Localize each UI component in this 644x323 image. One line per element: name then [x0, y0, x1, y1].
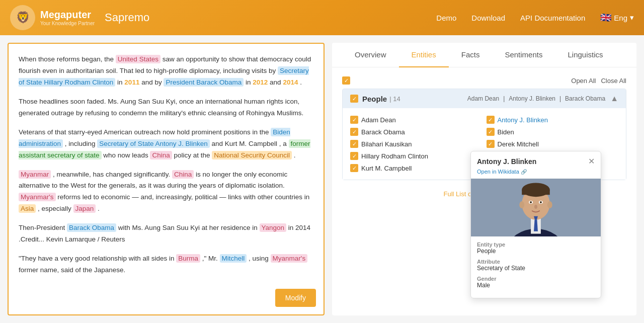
svg-rect-7 [522, 190, 550, 195]
svg-point-13 [519, 201, 524, 208]
open-all-link[interactable]: Open All [571, 77, 596, 85]
entity-item-blinken: ✓ Antony J. Blinken [487, 116, 619, 124]
tab-entities[interactable]: Entities [399, 43, 449, 67]
entity-nsc[interactable]: National Security Council [212, 151, 292, 159]
bilahari-label: Bilahari Kausikan [361, 140, 412, 148]
select-all-checkbox[interactable]: ✓ [342, 76, 350, 85]
svg-point-12 [534, 205, 537, 209]
tabs-bar: Overview Entities Facts Sentiments Lingu… [332, 43, 636, 67]
detail-attribute: Attribute Secretary of State [477, 259, 595, 272]
attribute-label: Attribute [477, 259, 595, 265]
derek-label: Derek Mitchell [498, 140, 539, 148]
paragraph-3: Veterans of that starry-eyed American ou… [19, 127, 313, 162]
entity-china-text[interactable]: China [150, 151, 172, 159]
right-panel: Overview Entities Facts Sentiments Lingu… [332, 43, 636, 315]
entity-item-bilahari: ✓ Bilahari Kausikan [350, 140, 482, 148]
entity-card-image [471, 179, 601, 236]
tab-sentiments[interactable]: Sentiments [492, 43, 555, 67]
detail-gender: Gender Male [477, 276, 595, 289]
biden-checkbox[interactable]: ✓ [487, 128, 495, 136]
kurt-checkbox[interactable]: ✓ [350, 164, 358, 172]
language-selector[interactable]: 🇬🇧 Eng ▾ [600, 12, 634, 23]
header: 🦁 Megaputer Your Knowledge Partner Sapre… [0, 0, 644, 35]
entity-year-2012: 2012 [253, 78, 268, 86]
blinken-label[interactable]: Antony J. Blinken [498, 116, 548, 124]
adam-dean-checkbox[interactable]: ✓ [350, 116, 358, 124]
people-count: | 14 [389, 95, 400, 103]
kurt-label: Kurt M. Campbell [361, 165, 412, 172]
entity-year-2014: 2014 [283, 78, 298, 86]
preview-2: Antony J. Blinken [509, 95, 555, 102]
entity-card-header: Antony J. Blinken ✕ [471, 151, 601, 169]
main-container: When those reforms began, the United Sta… [0, 35, 644, 323]
entities-header: ✓ Open All Close All [342, 72, 626, 89]
app-title: Sapremo [105, 11, 149, 24]
adam-dean-label: Adam Dean [361, 116, 396, 124]
tab-overview[interactable]: Overview [342, 43, 399, 67]
entity-type-label: Entity type [477, 241, 595, 248]
external-link-icon: 🔗 [521, 169, 527, 175]
entity-myanmar[interactable]: Myanmar [19, 170, 51, 179]
entity-mitchell[interactable]: Mitchell [220, 254, 247, 263]
hillary-label: Hillary Rodham Clinton [361, 152, 428, 160]
tab-linguistics[interactable]: Linguistics [555, 43, 615, 67]
gender-value: Male [477, 282, 595, 289]
text-panel: When those reforms began, the United Sta… [8, 43, 325, 315]
entity-type-value: People [477, 248, 595, 255]
entity-item-adam-dean: ✓ Adam Dean [350, 116, 482, 124]
entity-united-states[interactable]: United States [116, 55, 160, 63]
close-card-button[interactable]: ✕ [588, 156, 595, 166]
company-name: Megaputer [40, 9, 91, 20]
entity-item-obama: ✓ Barack Obama [350, 128, 482, 136]
entity-japan[interactable]: Japan [73, 204, 96, 213]
entity-obama-link[interactable]: President Barack Obama [164, 78, 244, 87]
obama-checkbox[interactable]: ✓ [350, 128, 358, 136]
entity-card-name: Antony J. Blinken [477, 157, 536, 166]
header-nav: Demo Download API Documentation 🇬🇧 Eng ▾ [436, 12, 634, 23]
logo-text-block: Megaputer Your Knowledge Partner [40, 9, 95, 26]
paragraph-6: "They have a very good relationship with… [19, 253, 313, 276]
paragraph-1: When those reforms began, the United Sta… [19, 54, 313, 89]
tab-facts[interactable]: Facts [449, 43, 493, 67]
entity-myanmars-2[interactable]: Myanmar's [271, 254, 308, 263]
detail-entity-type: Entity type People [477, 241, 595, 255]
paragraph-2: Those headlines soon faded. Ms. Aung San… [19, 96, 313, 119]
entity-myanmars[interactable]: Myanmar's [19, 193, 56, 201]
entity-obama-2[interactable]: Barack Obama [67, 223, 116, 232]
svg-point-10 [530, 201, 532, 203]
open-close-controls: Open All Close All [571, 77, 626, 85]
modify-button[interactable]: Modify [275, 289, 316, 307]
logo-icon: 🦁 [10, 5, 35, 30]
people-checkbox[interactable]: ✓ [350, 95, 358, 103]
nav-download[interactable]: Download [471, 14, 505, 22]
entity-item-kurt: ✓ Kurt M. Campbell [350, 164, 482, 172]
hillary-checkbox[interactable]: ✓ [350, 152, 358, 160]
entity-year-2011: 2011 [124, 78, 139, 86]
wikidata-link[interactable]: Open in Wikidata 🔗 [471, 169, 601, 179]
entity-blinken-text[interactable]: Secretary of State Antony J. Blinken [97, 139, 209, 148]
close-all-link[interactable]: Close All [601, 77, 626, 85]
entity-china-2[interactable]: China [172, 170, 194, 179]
preview-3: Barack Obama [565, 95, 605, 102]
people-preview: Adam Dean | Antony J. Blinken | Barack O… [467, 95, 605, 102]
blinken-checkbox[interactable]: ✓ [487, 116, 495, 124]
paragraph-5: Then-President Barack Obama with Ms. Aun… [19, 222, 313, 246]
entity-burma[interactable]: Burma [176, 254, 200, 263]
category-people-header: ✓ People | 14 Adam Dean | Antony J. Blin… [343, 89, 626, 108]
collapse-people-button[interactable]: ▲ [610, 94, 618, 103]
chevron-down-icon: ▾ [630, 13, 634, 22]
company-subtitle: Your Knowledge Partner [40, 21, 95, 26]
language-label: Eng [614, 14, 627, 22]
nav-api-docs[interactable]: API Documentation [520, 14, 585, 22]
entity-yangon[interactable]: Yangon [260, 223, 287, 232]
derek-checkbox[interactable]: ✓ [487, 140, 495, 148]
entity-card-details: Entity type People Attribute Secretary o… [471, 236, 601, 298]
entity-asia[interactable]: Asia [19, 204, 36, 213]
svg-point-11 [540, 201, 542, 203]
preview-1: Adam Dean [467, 95, 499, 102]
people-title: People [362, 95, 387, 103]
bilahari-checkbox[interactable]: ✓ [350, 140, 358, 148]
nav-demo[interactable]: Demo [436, 14, 456, 22]
entity-card-blinken: Antony J. Blinken ✕ Open in Wikidata 🔗 [470, 151, 601, 298]
svg-point-14 [547, 201, 552, 208]
